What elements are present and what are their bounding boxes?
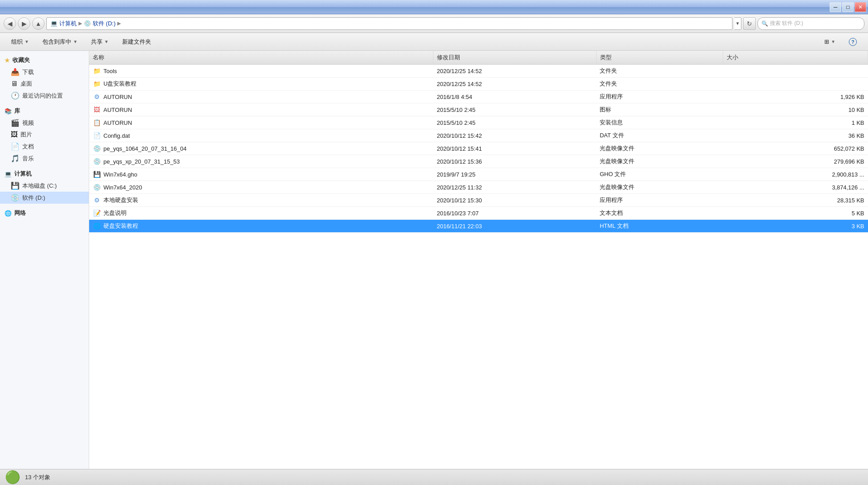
breadcrumb-dropdown[interactable]: ▼ bbox=[734, 17, 741, 30]
table-row[interactable]: 💿 Win7x64_2020 2020/12/25 11:32 光盘映像文件 3… bbox=[89, 181, 868, 194]
share-button[interactable]: 共享 ▼ bbox=[85, 35, 115, 49]
sidebar-network-header[interactable]: 🌐 网络 bbox=[0, 207, 89, 219]
table-header-row: 名称 修改日期 类型 大小 bbox=[89, 51, 868, 65]
drive-d-icon: 💿 bbox=[11, 193, 20, 202]
library-icon: 📚 bbox=[4, 108, 12, 115]
sidebar-item-music[interactable]: 🎵 音乐 bbox=[0, 152, 89, 164]
file-name: AUTORUN bbox=[103, 107, 132, 113]
breadcrumb-drive[interactable]: 软件 (D:) bbox=[93, 20, 115, 28]
sidebar-favorites-header[interactable]: ★ 收藏夹 bbox=[0, 54, 89, 66]
file-icon: 💿 bbox=[93, 144, 101, 152]
file-type-cell: 图标 bbox=[596, 103, 723, 116]
sidebar-section-library: 📚 库 🎬 视频 🖼 图片 📄 文档 🎵 音乐 bbox=[0, 105, 89, 164]
share-chevron: ▼ bbox=[104, 39, 109, 44]
file-type-cell: 文件夹 bbox=[596, 65, 723, 78]
file-size-cell: 279,696 KB bbox=[723, 155, 868, 168]
address-bar: ◀ ▶ ▲ 💻 计算机 ▶ 💿 软件 (D:) ▶ ▼ ↻ 🔍 搜索 软件 (D… bbox=[0, 14, 868, 33]
table-row[interactable]: 💿 pe_yqs_1064_20_07_31_16_04 2020/10/12 … bbox=[89, 142, 868, 155]
col-modified[interactable]: 修改日期 bbox=[433, 51, 596, 65]
minimize-button[interactable]: ─ bbox=[830, 2, 841, 12]
table-row[interactable]: 📝 光盘说明 2016/10/23 7:07 文本文档 5 KB bbox=[89, 207, 868, 220]
table-row[interactable]: 📄 Config.dat 2020/10/12 15:42 DAT 文件 36 … bbox=[89, 129, 868, 142]
table-row[interactable]: 🖼 AUTORUN 2015/5/10 2:45 图标 10 KB bbox=[89, 103, 868, 116]
file-name: pe_yqs_1064_20_07_31_16_04 bbox=[103, 145, 187, 152]
table-row[interactable]: ⚙ 本地硬盘安装 2020/10/12 15:30 应用程序 28,315 KB bbox=[89, 194, 868, 207]
file-name: U盘安装教程 bbox=[103, 80, 136, 88]
statusbar-icon: 🟢 bbox=[5, 470, 20, 485]
file-name: AUTORUN bbox=[103, 94, 132, 100]
file-type-cell: GHO 文件 bbox=[596, 168, 723, 181]
sidebar-item-drive-c[interactable]: 💾 本地磁盘 (C:) bbox=[0, 180, 89, 192]
file-size-cell: 36 KB bbox=[723, 129, 868, 142]
file-size-cell: 28,315 KB bbox=[723, 194, 868, 207]
file-modified-cell: 2019/9/7 19:25 bbox=[433, 168, 596, 181]
file-icon: 📁 bbox=[93, 67, 101, 75]
table-row[interactable]: 🌐 硬盘安装教程 2016/11/21 22:03 HTML 文档 3 KB bbox=[89, 220, 868, 233]
breadcrumb-computer[interactable]: 计算机 bbox=[59, 20, 77, 28]
file-name-cell: 📝 光盘说明 bbox=[89, 207, 433, 220]
table-row[interactable]: 📁 Tools 2020/12/25 14:52 文件夹 bbox=[89, 65, 868, 78]
file-type-cell: 光盘映像文件 bbox=[596, 142, 723, 155]
file-size-cell: 652,072 KB bbox=[723, 142, 868, 155]
music-icon: 🎵 bbox=[11, 154, 20, 163]
back-button[interactable]: ◀ bbox=[4, 17, 16, 30]
file-size-cell: 1 KB bbox=[723, 116, 868, 129]
sidebar-item-videos[interactable]: 🎬 视频 bbox=[0, 117, 89, 129]
videos-label: 视频 bbox=[22, 119, 34, 127]
computer-sidebar-icon: 💻 bbox=[4, 171, 12, 177]
sidebar-computer-header[interactable]: 💻 计算机 bbox=[0, 168, 89, 180]
file-name: AUTORUN bbox=[103, 119, 132, 126]
table-row[interactable]: 📁 U盘安装教程 2020/12/25 14:52 文件夹 bbox=[89, 78, 868, 90]
table-row[interactable]: 💾 Win7x64.gho 2019/9/7 19:25 GHO 文件 2,90… bbox=[89, 168, 868, 181]
maximize-button[interactable]: □ bbox=[842, 2, 854, 12]
sidebar-item-drive-d[interactable]: 💿 软件 (D:) bbox=[0, 192, 89, 204]
file-modified-cell: 2020/10/12 15:41 bbox=[433, 142, 596, 155]
new-folder-label: 新建文件夹 bbox=[122, 38, 151, 46]
sidebar-item-docs[interactable]: 📄 文档 bbox=[0, 140, 89, 152]
sidebar-item-recent[interactable]: 🕐 最近访问的位置 bbox=[0, 90, 89, 102]
up-button[interactable]: ▲ bbox=[32, 17, 45, 30]
drive-c-icon: 💾 bbox=[11, 181, 20, 190]
help-button[interactable]: ? bbox=[843, 35, 863, 49]
table-row[interactable]: 💿 pe_yqs_xp_20_07_31_15_53 2020/10/12 15… bbox=[89, 155, 868, 168]
file-name-cell: ⚙ 本地硬盘安装 bbox=[89, 194, 433, 207]
file-modified-cell: 2015/5/10 2:45 bbox=[433, 116, 596, 129]
refresh-button[interactable]: ↻ bbox=[743, 17, 756, 30]
library-button[interactable]: 包含到库中 ▼ bbox=[37, 35, 83, 49]
col-name[interactable]: 名称 bbox=[89, 51, 433, 65]
breadcrumb[interactable]: 💻 计算机 ▶ 💿 软件 (D:) ▶ bbox=[46, 17, 732, 30]
col-size[interactable]: 大小 bbox=[723, 51, 868, 65]
file-name-cell: ⚙ AUTORUN bbox=[89, 90, 433, 103]
table-row[interactable]: 📋 AUTORUN 2015/5/10 2:45 安装信息 1 KB bbox=[89, 116, 868, 129]
search-placeholder: 搜索 软件 (D:) bbox=[770, 20, 803, 27]
library-chevron: ▼ bbox=[73, 39, 78, 44]
file-modified-cell: 2020/10/12 15:36 bbox=[433, 155, 596, 168]
new-folder-button[interactable]: 新建文件夹 bbox=[116, 35, 157, 49]
file-name-cell: 📄 Config.dat bbox=[89, 129, 433, 142]
organize-button[interactable]: 组织 ▼ bbox=[5, 35, 35, 49]
file-icon: 📝 bbox=[93, 209, 101, 217]
file-type-cell: HTML 文档 bbox=[596, 220, 723, 233]
file-name: Win7x64_2020 bbox=[103, 184, 142, 191]
search-bar[interactable]: 🔍 搜索 软件 (D:) bbox=[757, 17, 864, 30]
views-button[interactable]: ⊞ ▼ bbox=[819, 35, 841, 49]
file-name-cell: 💾 Win7x64.gho bbox=[89, 168, 433, 181]
sidebar-item-images[interactable]: 🖼 图片 bbox=[0, 129, 89, 140]
sidebar-item-downloads[interactable]: 📥 下载 bbox=[0, 66, 89, 78]
organize-chevron: ▼ bbox=[25, 39, 29, 44]
breadcrumb-sep-1: ▶ bbox=[78, 21, 82, 26]
desktop-icon: 🖥 bbox=[11, 80, 18, 88]
file-name-cell: 🌐 硬盘安装教程 bbox=[89, 220, 433, 233]
close-button[interactable]: ✕ bbox=[855, 2, 866, 12]
file-type-cell: 光盘映像文件 bbox=[596, 181, 723, 194]
breadcrumb-sep-2: ▶ bbox=[117, 21, 121, 26]
table-row[interactable]: ⚙ AUTORUN 2016/1/8 4:54 应用程序 1,926 KB bbox=[89, 90, 868, 103]
forward-button[interactable]: ▶ bbox=[18, 17, 30, 30]
file-modified-cell: 2015/5/10 2:45 bbox=[433, 103, 596, 116]
file-name-cell: 📁 Tools bbox=[89, 65, 433, 78]
col-type[interactable]: 类型 bbox=[596, 51, 723, 65]
sidebar-library-header[interactable]: 📚 库 bbox=[0, 105, 89, 117]
file-name: 光盘说明 bbox=[103, 209, 127, 217]
file-name: 硬盘安装教程 bbox=[103, 222, 138, 230]
sidebar-item-desktop[interactable]: 🖥 桌面 bbox=[0, 78, 89, 90]
